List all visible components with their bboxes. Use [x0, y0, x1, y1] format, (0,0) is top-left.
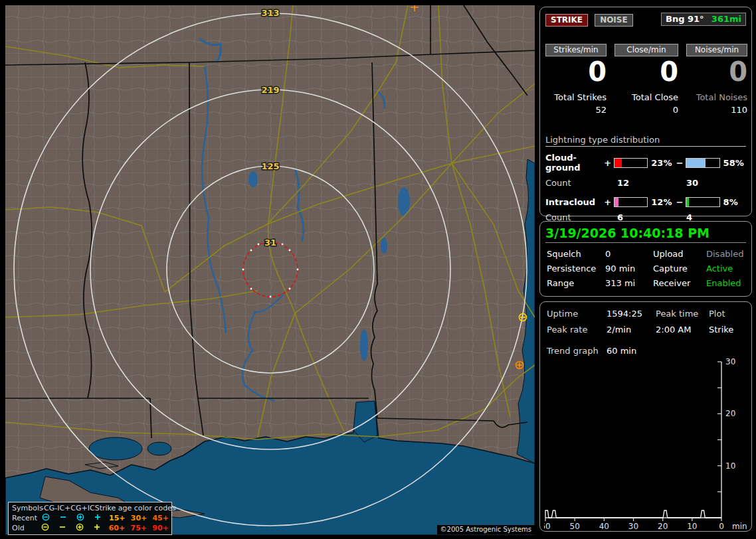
status-panel: 3/19/2026 10:40:18 PM Squelch 0 Upload D… [539, 221, 752, 297]
ring-label-125: 125 [261, 161, 279, 171]
cg-negative-bar [686, 158, 719, 168]
datetime-display: 3/19/2026 10:40:18 PM [545, 226, 746, 240]
ring-label-313: 313 [261, 8, 279, 18]
legend-age-header: Strike age color codes [95, 503, 173, 513]
cloud-ground-label: Cloud-ground [545, 153, 603, 173]
peak-rate-value: 2/min [607, 325, 656, 335]
svg-text:30: 30 [725, 357, 735, 366]
plus-icon [89, 513, 106, 524]
legend-age-45: 45+ [149, 513, 171, 523]
minus-icon [54, 523, 71, 534]
uptime-value: 1594:25 [607, 309, 656, 319]
strike-circle-plus [516, 362, 523, 369]
uptime-label: Uptime [547, 309, 607, 319]
legend-col-ncg: -CG [41, 503, 54, 513]
status-value: 90 min [605, 264, 653, 273]
status-value: 0 [605, 249, 653, 259]
status-value: Active [706, 264, 746, 273]
copyright-text: ©2005 Astrogenic Systems [437, 525, 535, 534]
noises-per-min-value: 0 [686, 58, 747, 86]
cg-positive-count: 12 [617, 178, 686, 188]
divider [545, 242, 746, 243]
svg-text:20: 20 [725, 409, 735, 418]
total-noises-label: Total Noises [686, 92, 747, 102]
close-per-min-value: 0 [614, 58, 678, 86]
bearing-range: 361mi [711, 14, 741, 24]
svg-text:60: 60 [544, 522, 551, 529]
minus-sign: − [676, 158, 684, 168]
svg-text:10: 10 [687, 522, 697, 529]
legend-col-pcg: +CG [64, 503, 81, 513]
circle-plus-icon [71, 523, 88, 534]
circle-minus-icon [37, 513, 54, 524]
circle-plus-icon [72, 513, 89, 524]
plus-icon [88, 523, 106, 534]
map-canvas: 313 219 125 31 [5, 5, 535, 535]
trend-graph-label: Trend graph [547, 346, 607, 356]
upload-label: Upload [653, 249, 706, 259]
ring-label-31: 31 [264, 238, 276, 248]
legend-age-90: 90+ [149, 523, 171, 533]
minus-icon [54, 513, 72, 524]
ic-positive-bar [614, 197, 648, 207]
capture-label: Capture [653, 264, 706, 273]
legend-col-nic: -IC [54, 503, 64, 513]
map-lake [89, 437, 142, 460]
cg-positive-pct: 23% [650, 158, 675, 168]
plus-sign: + [603, 158, 612, 168]
receiver-label: Receiver [653, 278, 706, 288]
map-legend: Symbols -CG -IC +CG +IC Strike age color… [8, 502, 172, 535]
persistence-label: Persistence [547, 264, 605, 273]
squelch-label: Squelch [547, 249, 605, 259]
legend-age-15: 15+ [106, 513, 128, 523]
noise-toggle-button[interactable]: NOISE [595, 14, 633, 27]
ic-negative-pct: 8% [722, 197, 747, 207]
bearing-label: Bng 91° [666, 14, 704, 24]
legend-symbols-header: Symbols [12, 503, 41, 513]
svg-text:10: 10 [725, 461, 735, 471]
status-value: Enabled [706, 278, 746, 288]
peak-time-label: Peak time [656, 309, 709, 319]
cg-negative-count: 30 [686, 178, 698, 188]
cg-negative-pct: 58% [722, 158, 747, 168]
total-close-value: 0 [614, 105, 678, 115]
strike-toggle-button[interactable]: STRIKE [545, 14, 588, 27]
legend-age-60: 60+ [106, 523, 128, 533]
total-strikes-label: Total Strikes [545, 92, 607, 102]
legend-col-pic: +IC [82, 503, 95, 513]
peak-rate-label: Peak rate [547, 325, 607, 335]
plus-sign: + [603, 197, 612, 207]
svg-text:40: 40 [599, 522, 609, 529]
plot-value: Strike [709, 325, 746, 335]
legend-age-75: 75+ [128, 523, 149, 533]
trend-panel: Uptime 1594:25 Peak time Plot Peak rate … [539, 301, 752, 532]
legend-row-old: Old [12, 523, 37, 533]
svg-text:0: 0 [719, 522, 724, 529]
circle-minus-icon [37, 523, 54, 534]
intracloud-label: Intracloud [545, 197, 603, 207]
status-value: 313 mi [605, 278, 653, 288]
peak-time-value: 2:00 AM [656, 325, 709, 335]
svg-text:50: 50 [570, 522, 580, 529]
count-label: Count [545, 178, 617, 188]
ring-label-219: 219 [261, 85, 279, 95]
noises-per-min-button[interactable]: Noises/min [686, 44, 747, 56]
plot-label: Plot [709, 309, 746, 319]
ic-positive-pct: 12% [650, 197, 675, 207]
bearing-badge: Bng 91° 361mi [661, 13, 746, 26]
map-lake [381, 238, 387, 254]
legend-row-recent: Recent [12, 513, 37, 523]
minus-sign: − [676, 197, 684, 207]
close-per-min-button[interactable]: Close/min [614, 44, 678, 56]
map-lake [360, 329, 368, 361]
status-value: Disabled [706, 249, 746, 259]
lightning-map[interactable]: 313 219 125 31 Symbols -CG -IC +CG +IC S… [5, 5, 535, 535]
map-lake [248, 171, 258, 187]
cg-positive-bar [614, 158, 648, 168]
strikes-per-min-button[interactable]: Strikes/min [545, 44, 607, 56]
svg-text:min: min [732, 522, 747, 529]
trend-graph: 3020106050403020100min [544, 356, 749, 529]
ic-negative-bar [686, 197, 719, 207]
total-noises-value: 110 [686, 105, 747, 115]
total-close-label: Total Close [614, 92, 678, 102]
